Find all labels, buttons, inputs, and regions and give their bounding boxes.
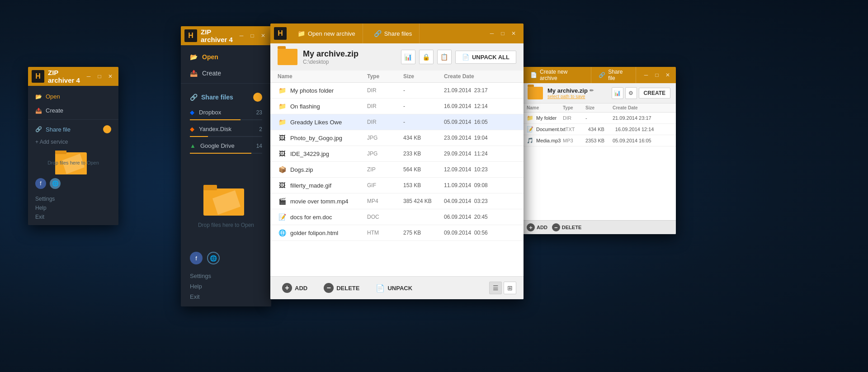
maximize-button-1[interactable]: □ xyxy=(95,72,104,81)
yandex-count: 2 xyxy=(259,126,262,132)
delete-label-3: DELETE xyxy=(336,285,359,292)
maximize-button-2[interactable]: □ xyxy=(248,31,257,40)
delete-button-3[interactable]: − DELETE xyxy=(319,280,364,296)
file-row-3-2[interactable]: 📁 Greaddy Likes Owe DIR - 05.09.2014 16:… xyxy=(270,114,524,130)
settings-link-2[interactable]: Settings xyxy=(181,271,271,281)
file-row-4-1[interactable]: 📝 Document.txt TXT 434 KB 16.09.2014 12:… xyxy=(522,124,676,135)
file-name-cell-3-3: 🖼 Photo_by_Gogo.jpg xyxy=(278,133,367,142)
window-body-4: My archive.zip ✏ select path to save 📊 ⚙… xyxy=(522,83,676,234)
exit-link-2[interactable]: Exit xyxy=(181,292,271,302)
file-name-4-0: My folder xyxy=(536,115,557,121)
edit-icon-4[interactable]: ✏ xyxy=(590,88,594,94)
nav-share-label-1: Share file xyxy=(46,126,71,133)
share-header-label-2: Share files xyxy=(201,94,233,101)
share-files-button[interactable]: 🔗 Share files xyxy=(367,24,420,43)
file-row-3-4[interactable]: 🖼 IDE_34229.jpg JPG 233 KB 29.09.2014 11… xyxy=(270,146,524,162)
window-1: H ZIP archiver 4 ─ □ ✕ 📂 Open 📤 Create 🔗… xyxy=(28,67,118,225)
help-link-1[interactable]: Help xyxy=(28,203,118,212)
delete-button-4[interactable]: − DELETE xyxy=(552,223,581,231)
file-row-3-5[interactable]: 📦 Dogs.zip ZIP 564 KB 12.09.2014 10:23 xyxy=(270,162,524,178)
copy-button-3[interactable]: 📋 xyxy=(437,50,452,64)
dropbox-icon: ◆ xyxy=(190,109,194,116)
maximize-button-4[interactable]: □ xyxy=(652,71,661,80)
table-header-4: Name Type Size Create Date xyxy=(522,104,676,113)
service-dropbox[interactable]: ◆ Dropbox 23 xyxy=(181,105,271,119)
file-type-3-4: JPG xyxy=(367,151,403,157)
unpack-all-label: UNPACK ALL xyxy=(472,54,509,61)
add-circle-icon-3: + xyxy=(282,283,292,293)
stats-button-3[interactable]: 📊 xyxy=(401,50,415,64)
file-row-3-0[interactable]: 📁 My photos folder DIR - 21.09.2014 23:1… xyxy=(270,83,524,99)
file-size-3-9: 275 KB xyxy=(403,230,444,236)
nav-open-1[interactable]: 📂 Open xyxy=(28,89,118,104)
view-btns-3: ☰ ⊞ xyxy=(489,282,516,294)
file-row-3-7[interactable]: 🎬 movie over tomm.mp4 MP4 385 424 KB 04.… xyxy=(270,193,524,209)
unpack-all-button[interactable]: 📄 UNPACK ALL xyxy=(455,51,516,64)
file-type-3-2: DIR xyxy=(367,119,403,125)
add-service-1[interactable]: + Add service xyxy=(28,137,118,147)
dropbox-progress-fill xyxy=(190,119,241,120)
file-icon-3-7: 🎬 xyxy=(278,197,287,206)
archive-path-4[interactable]: select path to save xyxy=(547,94,607,99)
lock-button-3[interactable]: 🔒 xyxy=(419,50,434,64)
web-icon-1[interactable]: 🌐 xyxy=(50,178,61,189)
add-button-4[interactable]: + ADD xyxy=(527,223,547,231)
file-name-3-4: IDE_34229.jpg xyxy=(290,151,329,157)
file-row-4-2[interactable]: 🎵 Media.mp3 MP3 2353 KB 05.09.2014 16:05 xyxy=(522,135,676,146)
bottom-links-2: Settings Help Exit xyxy=(181,269,271,306)
nav-create-1[interactable]: 📤 Create xyxy=(28,104,118,118)
file-name-cell-3-7: 🎬 movie over tomm.mp4 xyxy=(278,197,367,206)
file-row-4-0[interactable]: 📁 My folder DIR - 21.09.2014 23:17 xyxy=(522,113,676,124)
stats-button-4[interactable]: 📊 xyxy=(612,87,623,99)
nav-share-1[interactable]: 🔗 Share file xyxy=(28,122,118,137)
create-button-4[interactable]: CREATE xyxy=(639,88,670,99)
exit-link-1[interactable]: Exit xyxy=(28,212,118,221)
facebook-icon-1[interactable]: f xyxy=(35,178,46,189)
facebook-icon-2[interactable]: f xyxy=(190,252,203,264)
new-archive-section[interactable]: 📄 Create new archive xyxy=(526,67,591,83)
file-row-3-1[interactable]: 📁 On flashing DIR - 16.09.2014 12:14 xyxy=(270,99,524,114)
settings-button-4[interactable]: ⚙ xyxy=(625,87,637,99)
file-icon-3-6: 🖼 xyxy=(278,181,287,190)
close-button-4[interactable]: ✕ xyxy=(663,71,672,80)
close-button-2[interactable]: ✕ xyxy=(259,31,268,40)
unpack-button-3[interactable]: 📄 UNPACK xyxy=(371,281,417,295)
web-icon-2[interactable]: 🌐 xyxy=(207,252,220,264)
grid-view-button[interactable]: ⊞ xyxy=(504,282,516,294)
list-view-button[interactable]: ☰ xyxy=(489,282,502,294)
new-archive-icon: 📄 xyxy=(530,72,537,78)
archive-folder-icon-3 xyxy=(278,49,297,65)
service-yandex[interactable]: ◆ Yandex.Disk 2 xyxy=(181,122,271,136)
nav-open-2[interactable]: 📂 Open xyxy=(181,49,271,65)
file-row-3-9[interactable]: 🌐 golder folipon.html HTM 275 KB 09.09.2… xyxy=(270,225,524,241)
titlebar-3: H 📁 Open new archive 🔗 Share files ─ □ ✕ xyxy=(270,24,524,43)
add-button-3[interactable]: + ADD xyxy=(278,280,312,296)
file-name-cell-4-2: 🎵 Media.mp3 xyxy=(527,137,563,144)
file-date-3-3: 23.09.2014 19:04 xyxy=(444,135,516,141)
settings-link-1[interactable]: Settings xyxy=(28,194,118,203)
nav-create-2[interactable]: 📤 Create xyxy=(181,65,271,81)
close-button-1[interactable]: ✕ xyxy=(106,72,115,81)
minimize-button-4[interactable]: ─ xyxy=(642,71,651,80)
minimize-button-3[interactable]: ─ xyxy=(487,29,496,38)
col-type: Type xyxy=(367,73,403,80)
share-file-section[interactable]: 🔗 Share file xyxy=(594,67,636,83)
close-button-3[interactable]: ✕ xyxy=(509,29,518,38)
share-link-icon-2: 🔗 xyxy=(190,94,198,101)
file-row-3-3[interactable]: 🖼 Photo_by_Gogo.jpg JPG 434 KB 23.09.201… xyxy=(270,130,524,146)
col-date: Create Date xyxy=(444,73,516,80)
file-row-3-8[interactable]: 📝 docs for em.doc DOC 06.09.2014 20:45 xyxy=(270,209,524,225)
file-row-3-6[interactable]: 🖼 fillerty_made.gif GIF 153 KB 11.09.201… xyxy=(270,178,524,193)
archive-name-4: My archive.zip ✏ xyxy=(547,87,607,94)
minimize-button-2[interactable]: ─ xyxy=(237,31,246,40)
share-header-2[interactable]: 🔗 Share files xyxy=(181,89,271,105)
maximize-button-3[interactable]: □ xyxy=(498,29,507,38)
help-link-2[interactable]: Help xyxy=(181,281,271,292)
gdrive-count: 14 xyxy=(256,143,262,149)
minimize-button-1[interactable]: ─ xyxy=(84,72,93,81)
file-name-cell-4-0: 📁 My folder xyxy=(527,115,563,121)
file-date-4-2: 05.09.2014 16:05 xyxy=(613,138,671,143)
window-4: 📄 Create new archive 🔗 Share file ─ □ ✕ … xyxy=(522,67,676,234)
open-archive-button[interactable]: 📁 Open new archive xyxy=(290,24,363,43)
service-gdrive[interactable]: ▲ Google Drive 14 xyxy=(181,139,271,153)
